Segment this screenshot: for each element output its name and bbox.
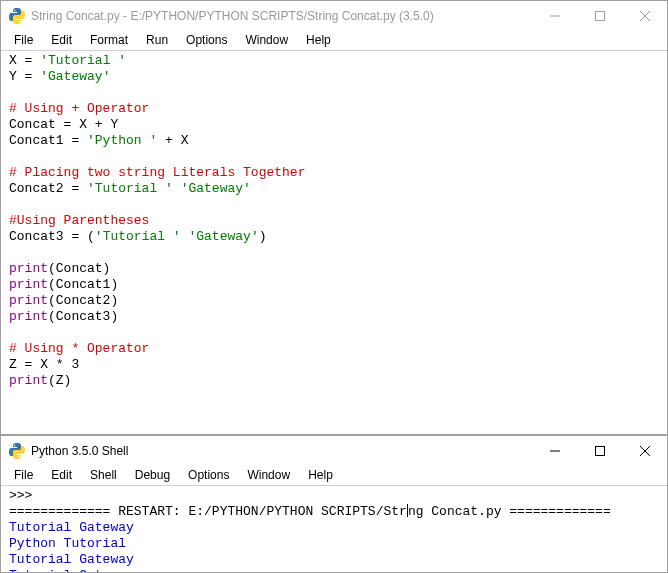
code-line: #Using Parentheses [9,213,659,229]
menu-window[interactable]: Window [236,31,297,50]
code-line: # Using * Operator [9,341,659,357]
menu-debug[interactable]: Debug [126,466,179,485]
menu-run[interactable]: Run [137,31,177,50]
code-line: Y = 'Gateway' [9,69,659,85]
menu-file[interactable]: File [5,31,42,50]
close-button[interactable] [622,436,667,466]
menu-help[interactable]: Help [297,31,340,50]
code-line: X = 'Tutorial ' [9,53,659,69]
code-line [9,325,659,341]
svg-rect-9 [595,447,604,456]
code-line: print(Concat1) [9,277,659,293]
code-line [9,245,659,261]
code-line: print(Z) [9,373,659,389]
code-line: Concat3 = ('Tutorial ' 'Gateway') [9,229,659,245]
shell-window: Python 3.5.0 Shell FileEditShellDebugOpt… [0,435,668,573]
svg-point-7 [19,456,21,458]
menu-window[interactable]: Window [238,466,299,485]
shell-window-controls [532,436,667,466]
svg-point-0 [14,10,16,12]
shell-output-line: Tutorial Gateway [9,568,659,572]
shell-titlebar[interactable]: Python 3.5.0 Shell [1,436,667,466]
editor-title: String Concat.py - E:/PYTHON/PYTHON SCRI… [31,9,532,23]
minimize-button[interactable] [532,1,577,31]
editor-code-area[interactable]: X = 'Tutorial 'Y = 'Gateway' # Using + O… [1,51,667,434]
code-line [9,149,659,165]
shell-output-line: Tutorial Gateway [9,520,659,536]
maximize-button[interactable] [577,1,622,31]
shell-restart-line: ============= RESTART: E:/PYTHON/PYTHON … [9,504,659,520]
svg-rect-3 [595,12,604,21]
shell-output-line: Tutorial Gateway [9,552,659,568]
text-cursor [407,504,408,517]
menu-edit[interactable]: Edit [42,466,81,485]
menu-file[interactable]: File [5,466,42,485]
code-line: Concat1 = 'Python ' + X [9,133,659,149]
code-line [9,85,659,101]
code-line: print(Concat) [9,261,659,277]
menu-edit[interactable]: Edit [42,31,81,50]
code-line: Z = X * 3 [9,357,659,373]
shell-code-area[interactable]: >>> ============= RESTART: E:/PYTHON/PYT… [1,486,667,572]
editor-titlebar[interactable]: String Concat.py - E:/PYTHON/PYTHON SCRI… [1,1,667,31]
menu-format[interactable]: Format [81,31,137,50]
shell-menubar: FileEditShellDebugOptionsWindowHelp [1,466,667,486]
python-icon [9,443,25,459]
editor-menubar: FileEditFormatRunOptionsWindowHelp [1,31,667,51]
code-line: Concat = X + Y [9,117,659,133]
code-line: Concat2 = 'Tutorial ' 'Gateway' [9,181,659,197]
shell-title: Python 3.5.0 Shell [31,444,532,458]
code-line: print(Concat2) [9,293,659,309]
menu-options[interactable]: Options [177,31,236,50]
svg-point-6 [14,445,16,447]
code-line: # Using + Operator [9,101,659,117]
editor-window-controls [532,1,667,31]
code-line [9,197,659,213]
svg-point-1 [19,21,21,23]
maximize-button[interactable] [577,436,622,466]
editor-window: String Concat.py - E:/PYTHON/PYTHON SCRI… [0,0,668,435]
close-button[interactable] [622,1,667,31]
minimize-button[interactable] [532,436,577,466]
menu-help[interactable]: Help [299,466,342,485]
code-line: print(Concat3) [9,309,659,325]
menu-options[interactable]: Options [179,466,238,485]
menu-shell[interactable]: Shell [81,466,126,485]
code-line: # Placing two string Literals Together [9,165,659,181]
shell-output-line: Python Tutorial [9,536,659,552]
python-icon [9,8,25,24]
shell-line: >>> [9,488,659,504]
